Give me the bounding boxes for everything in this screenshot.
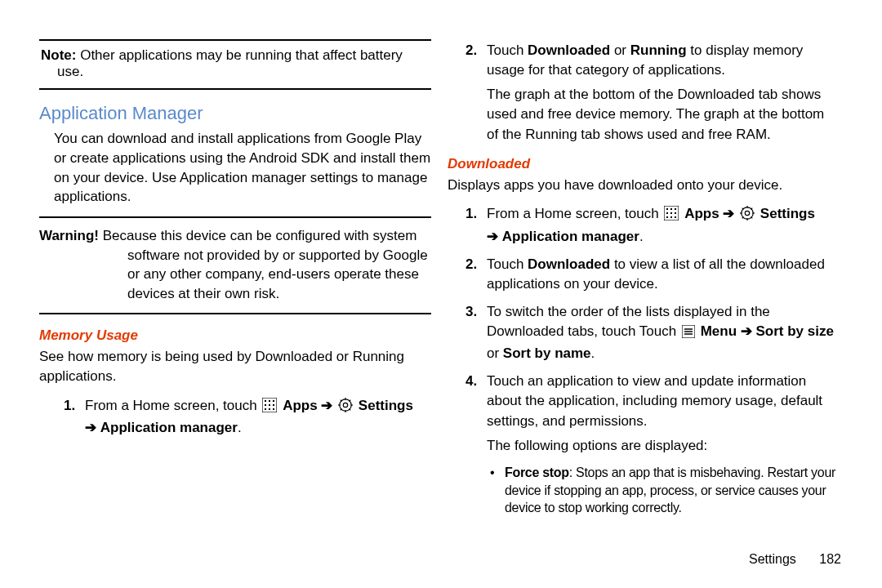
text: or (487, 345, 503, 361)
settings-gear-icon (740, 206, 755, 226)
svg-rect-21 (666, 208, 668, 210)
sort-by-size: Sort by size (755, 323, 833, 339)
step1-pre: From a Home screen, touch (85, 398, 261, 413)
svg-rect-29 (675, 216, 676, 218)
arrow-icon: ➔ (741, 323, 752, 339)
warning-label: Warning! (39, 228, 99, 243)
page-footer: Settings 182 (749, 552, 841, 567)
downloaded-step-1: 1. From a Home screen, touch Apps ➔ Sett… (466, 204, 840, 246)
apps-grid-icon (262, 398, 277, 418)
options-intro: The following options are displayed: (487, 438, 707, 453)
settings-gear-icon (338, 398, 353, 418)
memory-steps-cont: 2. Touch Downloaded or Running to displa… (466, 41, 840, 145)
svg-point-11 (343, 403, 347, 407)
apps-grid-icon (664, 206, 679, 226)
subheading-memory-usage: Memory Usage (39, 327, 431, 344)
apps-label: Apps (684, 206, 723, 221)
paragraph-downloaded: Displays apps you have downloaded onto y… (448, 176, 840, 195)
svg-rect-2 (269, 400, 270, 402)
left-column: Note: Other applications may be running … (39, 39, 431, 523)
apps-label: Apps (283, 398, 321, 413)
bold-downloaded: Downloaded (528, 256, 610, 272)
force-stop-label: Force stop (505, 466, 569, 479)
svg-rect-9 (273, 408, 274, 410)
memory-steps: 1. From a Home screen, touch Apps ➔ Sett… (64, 396, 431, 438)
svg-rect-26 (675, 212, 676, 214)
text: Touch (487, 256, 528, 272)
bold-running: Running (630, 42, 687, 58)
svg-rect-4 (265, 404, 266, 406)
svg-rect-23 (675, 208, 676, 210)
svg-rect-27 (666, 216, 668, 218)
svg-rect-28 (670, 216, 672, 218)
heading-application-manager: Application Manager (39, 103, 431, 124)
memory-step-2: 2. Touch Downloaded or Running to displa… (466, 41, 840, 145)
svg-rect-8 (269, 408, 270, 410)
warning-box: Warning! Because this device can be conf… (39, 216, 431, 314)
arrow-icon: ➔ (321, 398, 332, 413)
settings-label: Settings (359, 398, 413, 413)
sort-by-name: Sort by name (503, 345, 591, 361)
note-box: Note: Other applications may be running … (39, 39, 431, 90)
text: or (610, 42, 630, 58)
paragraph-app-manager: You can download and install application… (54, 129, 431, 207)
downloaded-step-3: 3. To switch the order of the lists disp… (466, 302, 840, 363)
svg-rect-25 (670, 212, 672, 214)
arrow-icon: ➔ (85, 420, 96, 435)
text: Touch (487, 42, 528, 58)
svg-rect-7 (265, 408, 266, 410)
downloaded-step-4: 4. Touch an application to view and upda… (466, 372, 840, 456)
svg-rect-24 (666, 212, 668, 214)
settings-label: Settings (760, 206, 815, 221)
bold-downloaded: Downloaded (528, 42, 610, 58)
text: Touch an application to view and update … (487, 373, 822, 428)
step2-graph-text: The graph at the bottom of the Downloade… (487, 87, 824, 141)
warning-text: Because this device can be configured wi… (99, 228, 428, 301)
footer-section: Settings (749, 552, 796, 566)
svg-rect-3 (273, 400, 274, 402)
downloaded-steps: 1. From a Home screen, touch Apps ➔ Sett… (466, 204, 840, 455)
right-column: 2. Touch Downloaded or Running to displa… (448, 39, 840, 523)
svg-rect-5 (269, 404, 270, 406)
note-text: Other applications may be running that a… (76, 47, 402, 63)
footer-page-number: 182 (819, 552, 841, 566)
note-label: Note: (41, 47, 76, 63)
paragraph-memory: See how memory is being used by Download… (39, 347, 431, 386)
options-bullets: Force stop: Stops an app that is misbeha… (490, 464, 840, 517)
downloaded-step-2: 2. Touch Downloaded to view a list of al… (466, 255, 840, 294)
appmgr-label: Application manager (502, 229, 639, 244)
note-line2: use. (57, 64, 431, 80)
memory-step-1: 1. From a Home screen, touch Apps ➔ Sett… (64, 396, 431, 438)
arrow-icon: ➔ (487, 229, 498, 244)
text: From a Home screen, touch (487, 206, 662, 221)
subheading-downloaded: Downloaded (448, 156, 840, 172)
appmgr-label: Application manager (100, 420, 238, 435)
svg-rect-1 (265, 400, 266, 402)
arrow-icon: ➔ (723, 206, 734, 221)
bullet-force-stop: Force stop: Stops an app that is misbeha… (490, 464, 840, 517)
svg-rect-22 (670, 208, 672, 210)
menu-icon (682, 324, 695, 344)
svg-rect-6 (273, 404, 274, 406)
svg-point-31 (745, 212, 749, 216)
menu-label: Menu (701, 323, 741, 339)
